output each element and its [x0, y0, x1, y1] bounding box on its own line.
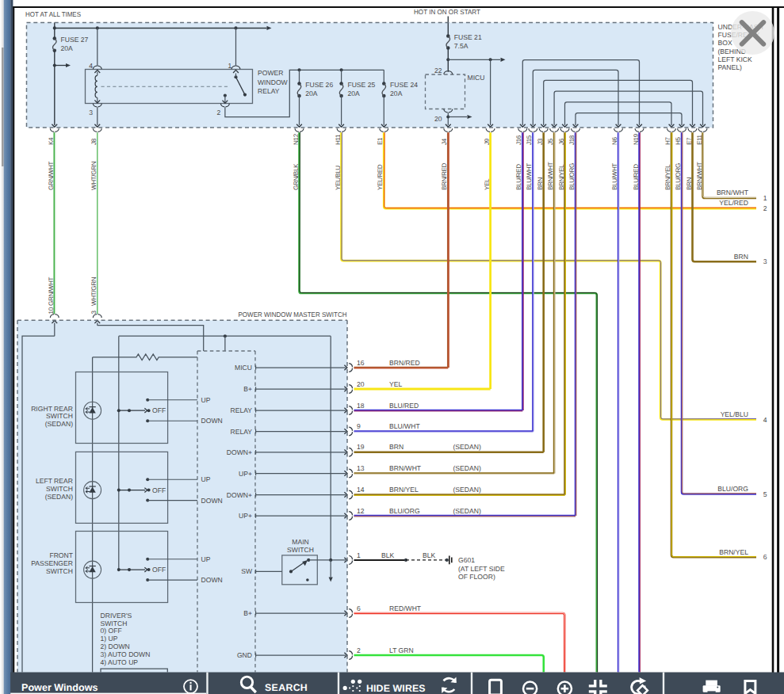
svg-text:10: 10 [48, 307, 55, 314]
svg-text:3) AUTO DOWN: 3) AUTO DOWN [101, 650, 151, 658]
svg-text:FUSE 27: FUSE 27 [61, 36, 89, 44]
svg-text:BLU/WHT: BLU/WHT [526, 163, 533, 190]
svg-text:1: 1 [763, 194, 767, 202]
svg-text:13: 13 [357, 464, 365, 472]
svg-text:J8: J8 [90, 138, 98, 145]
svg-text:SWITCH: SWITCH [287, 546, 314, 554]
svg-text:SWITCH: SWITCH [46, 412, 73, 420]
svg-text:UP: UP [201, 396, 211, 404]
svg-text:SW: SW [241, 567, 253, 575]
svg-text:(SEDAN): (SEDAN) [453, 507, 481, 515]
svg-text:WHT/GRN: WHT/GRN [90, 276, 98, 306]
svg-text:OFF: OFF [152, 566, 166, 574]
svg-text:6: 6 [357, 604, 361, 612]
svg-text:2: 2 [763, 204, 767, 212]
svg-text:(AT LEFT SIDE: (AT LEFT SIDE [458, 565, 505, 573]
svg-text:BRN: BRN [389, 443, 403, 451]
svg-text:FUSE 21: FUSE 21 [454, 33, 482, 41]
svg-text:DOWN: DOWN [201, 576, 223, 584]
svg-text:BLU/WHT: BLU/WHT [611, 163, 618, 190]
svg-text:Power Windows: Power Windows [21, 682, 98, 693]
svg-text:BRN/YEL: BRN/YEL [719, 548, 748, 556]
svg-text:HIDE WIRES: HIDE WIRES [366, 683, 426, 694]
svg-text:FUSE 25: FUSE 25 [347, 81, 375, 89]
svg-text:OFF: OFF [152, 406, 166, 414]
svg-text:POWER: POWER [258, 69, 283, 77]
svg-text:HOT AT ALL TIMES: HOT AT ALL TIMES [25, 10, 81, 18]
svg-text:1) UP: 1) UP [101, 635, 118, 643]
svg-text:PASSENGER: PASSENGER [31, 559, 73, 567]
svg-text:3: 3 [763, 257, 767, 265]
svg-text:UP: UP [201, 475, 211, 483]
svg-text:OF FLOOR): OF FLOOR) [458, 573, 495, 581]
svg-text:(SEDAN): (SEDAN) [45, 420, 73, 428]
svg-text:SWITCH: SWITCH [101, 620, 128, 627]
svg-text:POWER WINDOW MASTER SWITCH: POWER WINDOW MASTER SWITCH [239, 311, 347, 318]
svg-text:(SEDAN): (SEDAN) [453, 486, 481, 494]
svg-text:RED/WHT: RED/WHT [389, 604, 422, 612]
svg-text:20A: 20A [390, 90, 403, 97]
svg-text:N6: N6 [611, 137, 618, 145]
svg-text:FUSE 24: FUSE 24 [390, 81, 418, 89]
svg-text:YEL/RED: YEL/RED [719, 199, 748, 207]
svg-text:BRN/WHT: BRN/WHT [389, 464, 422, 472]
svg-text:LEFT REAR: LEFT REAR [36, 477, 73, 485]
svg-text:SWITCH: SWITCH [46, 485, 73, 493]
svg-text:(SEDAN): (SEDAN) [453, 464, 481, 472]
svg-text:FUSE 26: FUSE 26 [305, 81, 333, 89]
svg-text:FRONT: FRONT [49, 551, 73, 559]
svg-text:MICU: MICU [468, 74, 485, 82]
svg-text:YEL: YEL [389, 380, 402, 388]
svg-text:RELAY: RELAY [258, 87, 280, 95]
svg-text:4: 4 [89, 62, 93, 70]
svg-text:DOWN: DOWN [201, 497, 223, 505]
svg-text:BLK: BLK [423, 551, 436, 559]
svg-text:UP+: UP+ [239, 470, 252, 478]
svg-text:5: 5 [763, 490, 767, 498]
svg-text:3: 3 [89, 109, 93, 116]
svg-text:BRN: BRN [734, 253, 748, 261]
svg-text:PANEL): PANEL) [718, 63, 743, 71]
svg-text:GRN/WHT: GRN/WHT [48, 276, 55, 306]
svg-text:BRN/WHT: BRN/WHT [717, 189, 749, 196]
svg-text:14: 14 [357, 486, 365, 494]
svg-text:6: 6 [763, 553, 767, 561]
svg-text:G601: G601 [458, 556, 475, 564]
svg-text:9: 9 [357, 422, 361, 430]
svg-text:1: 1 [228, 62, 231, 70]
svg-text:HOT IN ON OR START: HOT IN ON OR START [414, 8, 481, 16]
svg-text:18: 18 [357, 402, 365, 410]
svg-text:DRIVER'S: DRIVER'S [101, 612, 132, 620]
svg-text:4) AUTO UP: 4) AUTO UP [101, 658, 139, 666]
svg-text:BRN/YEL: BRN/YEL [389, 486, 419, 494]
svg-text:RELAY: RELAY [230, 428, 252, 436]
svg-text:22: 22 [434, 67, 442, 74]
svg-text:20A: 20A [305, 90, 318, 97]
svg-text:RELAY: RELAY [230, 406, 252, 414]
svg-text:DOWN+: DOWN+ [227, 448, 252, 456]
svg-text:19: 19 [357, 443, 365, 451]
svg-text:4: 4 [763, 416, 767, 424]
svg-text:7.5A: 7.5A [454, 42, 468, 50]
svg-text:20A: 20A [347, 90, 360, 97]
svg-text:J15: J15 [526, 135, 533, 145]
svg-text:LEFT KICK: LEFT KICK [718, 55, 753, 63]
svg-text:0) OFF: 0) OFF [101, 627, 122, 635]
svg-text:B+: B+ [243, 609, 252, 617]
svg-text:BLK: BLK [381, 551, 395, 559]
svg-text:1: 1 [357, 551, 361, 559]
svg-text:20A: 20A [61, 44, 74, 52]
svg-text:DOWN+: DOWN+ [227, 491, 252, 499]
svg-text:LT GRN: LT GRN [389, 646, 414, 654]
svg-text:WINDOW: WINDOW [258, 78, 289, 86]
svg-text:BLU/RED: BLU/RED [389, 402, 419, 410]
svg-text:UP+: UP+ [239, 512, 252, 520]
svg-text:UP: UP [201, 555, 211, 563]
svg-text:12: 12 [357, 507, 365, 515]
svg-text:(SEDAN): (SEDAN) [453, 443, 481, 451]
svg-text:2) DOWN: 2) DOWN [101, 643, 130, 650]
svg-text:20: 20 [434, 115, 442, 123]
svg-text:2: 2 [357, 646, 361, 654]
svg-text:SEARCH: SEARCH [265, 682, 308, 693]
svg-text:RIGHT REAR: RIGHT REAR [31, 405, 73, 413]
